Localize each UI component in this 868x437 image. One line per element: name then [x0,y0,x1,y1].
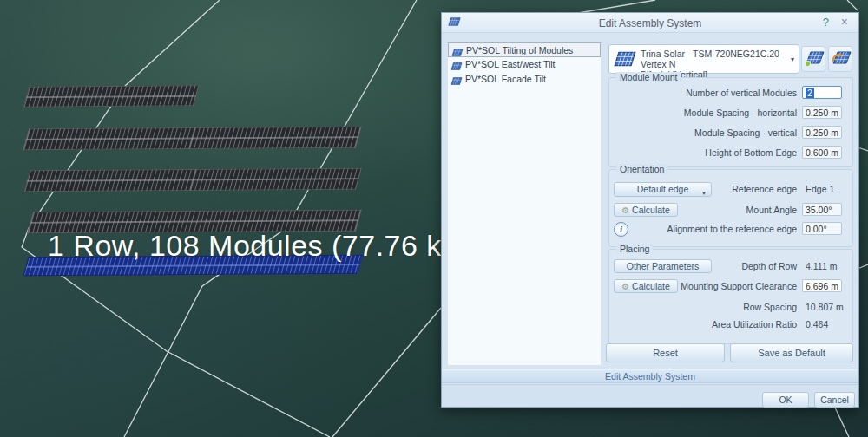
assembly-systems-list: PV*SOL Tilting of Modules PV*SOL East/we… [447,42,602,366]
module-mount-group: Module Mount Number of vertical Modules … [608,77,853,167]
mounting-support-clearance-label: Mounting Support Clearance [681,281,797,291]
num-vertical-modules-input[interactable]: 2 [802,86,842,99]
list-item-label: PV*SOL East/west Tilt [465,59,555,69]
gear-icon: ⚙ [621,282,629,291]
solar-panel-check-icon [804,50,825,68]
module-row[interactable] [23,85,199,107]
module-flip-button[interactable] [828,46,852,72]
other-parameters-button[interactable]: Other Parameters [614,259,712,273]
cancel-button[interactable]: Cancel [814,392,855,408]
area-utilization-ratio-label: Area Utilization Ratio [712,319,797,329]
mount-angle-label: Mount Angle [746,205,797,215]
module-row[interactable] [23,127,362,151]
list-item-facade-tilt[interactable]: PV*SOL Facade Tilt [448,72,601,87]
num-vertical-modules-label: Number of vertical Modules [686,88,797,98]
list-item-label: PV*SOL Tilting of Modules [466,45,573,55]
reference-edge-dropdown[interactable]: Default edge ▾ [614,182,712,197]
solar-panel-icon [614,51,636,68]
mount-angle-input[interactable]: 35.00° [802,203,842,216]
save-as-default-button[interactable]: Save as Default [730,343,853,362]
module-spacing-horizontal-input[interactable]: 0.250 m [802,106,842,119]
edit-assembly-dialog: Edit Assembly System ? × PV*SOL Tilting … [441,12,859,408]
module-spacing-vertical-label: Module Spacing - vertical [694,127,797,138]
chevron-down-icon: ▾ [702,186,706,199]
area-utilization-ratio-value: 0.464 [806,319,828,329]
close-icon[interactable]: × [841,15,848,29]
row-spacing-label: Row Spacing [743,302,797,312]
placing-group: Placing Other Parameters Depth of Row 4.… [608,249,853,344]
selected-row-label: 1 Row, 108 Modules (77.76 kW [48,229,470,263]
depth-of-row-value: 4.111 m [806,261,837,271]
app-window: 1 Row, 108 Modules (77.76 kW Edit Assemb… [0,0,868,437]
ok-button[interactable]: OK [762,392,809,408]
group-title: Placing [616,244,653,254]
module-name-line1: Trina Solar - TSM-720NEG21C.20 Vertex N [641,49,779,69]
edit-assembly-system-band[interactable]: Edit Assembly System [442,369,858,383]
group-title: Module Mount [616,72,681,82]
module-spacing-vertical-input[interactable]: 0.250 m [802,126,842,139]
reset-button[interactable]: Reset [606,343,725,362]
height-bottom-edge-input[interactable]: 0.600 m [802,146,842,159]
help-button[interactable]: ? [823,16,829,29]
list-item-east-west-tilt[interactable]: PV*SOL East/west Tilt [448,57,601,72]
calculate-orientation-button[interactable]: ⚙Calculate [614,203,678,217]
dialog-title: Edit Assembly System [442,17,858,29]
reference-edge-label: Reference edge [732,184,797,194]
orientation-group: Orientation Default edge ▾ Reference edg… [608,169,853,247]
module-select-dropdown[interactable]: Trina Solar - TSM-720NEG21C.20 Vertex N … [608,44,799,74]
depth-of-row-label: Depth of Row [741,261,797,271]
alignment-label: Alignment to the reference edge [667,224,797,234]
solar-panel-rotate-icon [831,50,852,68]
calculate-placing-button[interactable]: ⚙Calculate [614,279,678,293]
chevron-down-icon: ▾ [791,55,794,63]
module-database-button[interactable] [801,46,825,72]
dialog-footer: OK Cancel [442,384,858,407]
module-row[interactable] [23,168,362,192]
module-spacing-horizontal-label: Module Spacing - horizontal [684,108,797,118]
height-bottom-edge-label: Height of Bottom Edge [705,147,797,158]
alignment-input[interactable]: 0.00° [802,222,842,235]
mounting-support-clearance-input[interactable]: 6.696 m [802,279,842,292]
info-icon[interactable]: i [614,222,628,237]
gear-icon: ⚙ [621,205,629,215]
group-title: Orientation [616,164,667,174]
list-item-label: PV*SOL Facade Tilt [465,74,546,84]
list-item-tilting-of-modules[interactable]: PV*SOL Tilting of Modules [448,42,601,57]
reference-edge-value: Edge 1 [806,184,834,194]
row-spacing-value: 10.807 m [806,302,844,312]
dialog-titlebar[interactable]: Edit Assembly System ? × [442,13,858,33]
solar-panel-icon [450,75,463,88]
